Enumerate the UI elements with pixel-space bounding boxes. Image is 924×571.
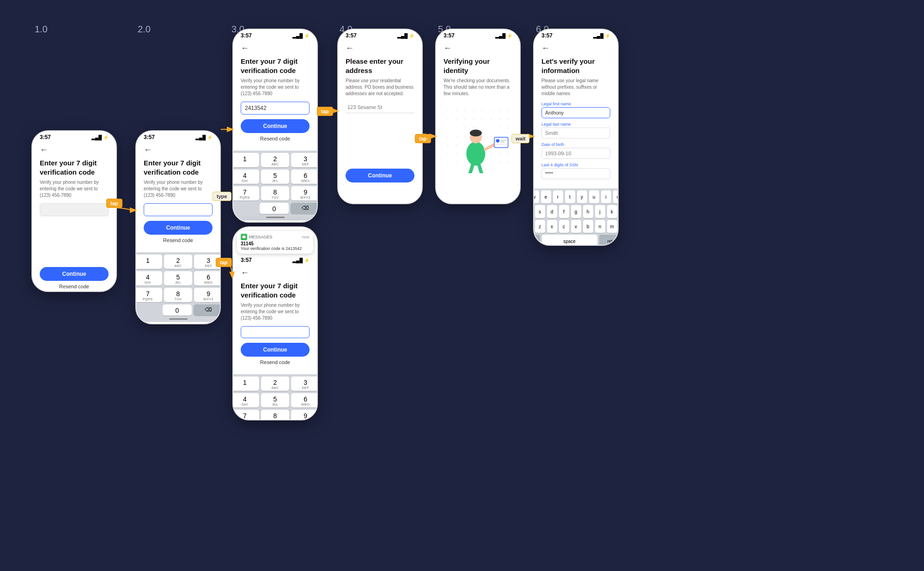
key-s[interactable]: s [535, 205, 545, 218]
key-emoji[interactable]: ☺ [533, 235, 540, 246]
screen6-content: ← Let's verify your information Please u… [534, 40, 618, 188]
key-backspace-3a[interactable]: ⌫ [291, 203, 318, 214]
key-7-3b[interactable]: 7PQRS [232, 410, 259, 420]
key-o[interactable]: o [613, 190, 619, 203]
svg-point-5 [490, 110, 492, 112]
resend-link-1[interactable]: Resend code [40, 284, 109, 289]
key-1-3a[interactable]: 1 [232, 153, 259, 167]
key-m[interactable]: m [607, 220, 617, 233]
key-2-3a[interactable]: 2ABC [261, 153, 290, 167]
svg-point-61 [496, 139, 499, 142]
time-1: 3:57 [40, 134, 51, 140]
key-return[interactable]: return [599, 235, 619, 246]
key-9-3b[interactable]: 9WXYZ [291, 410, 318, 420]
resend-link-3b[interactable]: Resend code [241, 359, 310, 365]
continue-button-2[interactable]: Continue [144, 221, 213, 235]
last-name-input[interactable] [541, 128, 610, 139]
resend-link-2[interactable]: Resend code [144, 237, 213, 243]
key-t[interactable]: t [565, 190, 575, 203]
back-button-1[interactable]: ← [40, 145, 109, 155]
back-button-2[interactable]: ← [144, 145, 213, 155]
key-1-3b[interactable]: 1 [232, 377, 259, 391]
resend-link-3a[interactable]: Resend code [241, 136, 310, 141]
identity-illustration [444, 102, 512, 176]
key-8[interactable]: 8TUV [164, 288, 193, 302]
signal-icons-3a: ▂▄█ ⚡ [292, 33, 310, 38]
svg-point-42 [464, 153, 466, 155]
key-7[interactable]: 7PQRS [135, 288, 162, 302]
code-input-1[interactable] [40, 203, 109, 216]
back-button-6[interactable]: ← [541, 43, 610, 53]
time-6: 3:57 [541, 32, 553, 39]
key-1[interactable]: 1 [135, 255, 162, 269]
key-b[interactable]: b [583, 220, 593, 233]
key-7-3a[interactable]: 7PQRS [232, 186, 259, 200]
key-8-3b[interactable]: 8TUV [261, 410, 290, 420]
continue-button-3a[interactable]: Continue [241, 119, 310, 133]
key-4[interactable]: 4GHI [135, 271, 162, 286]
key-u[interactable]: u [589, 190, 599, 203]
phone-screen-3b: 💬 MESSAGES now 31145 Your verification c… [232, 226, 318, 420]
address-input[interactable] [346, 102, 414, 113]
key-space[interactable]: space [542, 235, 597, 246]
screen4-subtitle: Please use your residential address. PO … [346, 78, 414, 97]
key-h[interactable]: h [583, 205, 593, 218]
dob-input[interactable] [541, 148, 610, 159]
screen3b-subtitle: Verify your phone number by entering the… [241, 302, 310, 322]
key-0[interactable]: 0 [163, 304, 192, 316]
key-9-3a[interactable]: 9WXYZ [291, 186, 318, 200]
key-backspace[interactable]: ⌫ [194, 304, 221, 316]
first-name-input[interactable] [541, 107, 610, 118]
key-6[interactable]: 6MNO [194, 271, 221, 286]
key-5[interactable]: 5JKL [164, 271, 193, 286]
key-5-3b[interactable]: 5JKL [261, 393, 290, 407]
key-c[interactable]: c [559, 220, 569, 233]
back-button-4[interactable]: ← [346, 43, 414, 53]
key-r[interactable]: r [553, 190, 563, 203]
key-w[interactable]: w [533, 190, 539, 203]
key-6-3b[interactable]: 6MNO [291, 393, 318, 407]
continue-button-3b[interactable]: Continue [241, 343, 310, 357]
key-v[interactable]: v [571, 220, 581, 233]
svg-line-65 [470, 164, 473, 173]
code-input-3a[interactable] [241, 102, 310, 115]
key-3-3b[interactable]: 3DEF [291, 377, 318, 391]
key-4-3a[interactable]: 4GHI [232, 170, 259, 184]
continue-button-1[interactable]: Continue [40, 267, 109, 281]
code-input-2[interactable] [144, 203, 213, 216]
ssn-input[interactable] [541, 168, 610, 179]
key-0-3a[interactable]: 0 [260, 203, 289, 214]
tap-label-3: tap [216, 258, 232, 267]
back-button-3a[interactable]: ← [241, 43, 310, 53]
code-input-3b[interactable] [241, 326, 310, 338]
key-y[interactable]: y [577, 190, 587, 203]
key-z[interactable]: z [535, 220, 545, 233]
key-2-3b[interactable]: 2ABC [261, 377, 290, 391]
kb-row-4: 123 ☺ space return 🎤 [533, 235, 619, 246]
key-g[interactable]: g [571, 205, 581, 218]
sms-sender: 31145 [241, 241, 310, 246]
key-n[interactable]: n [595, 220, 605, 233]
key-k[interactable]: k [607, 205, 617, 218]
key-5-3a[interactable]: 5JKL [261, 170, 290, 184]
svg-point-49 [456, 161, 457, 163]
continue-button-4[interactable]: Continue [346, 169, 414, 182]
key-d[interactable]: d [547, 205, 557, 218]
key-x[interactable]: x [547, 220, 557, 233]
svg-point-55 [507, 161, 509, 163]
key-e[interactable]: e [541, 190, 551, 203]
back-button-5[interactable]: ← [444, 43, 512, 53]
svg-point-19 [473, 127, 474, 129]
key-9[interactable]: 9WXYZ [194, 288, 221, 302]
svg-point-11 [473, 118, 474, 120]
key-i[interactable]: i [601, 190, 611, 203]
key-f[interactable]: f [559, 205, 569, 218]
key-3-3a[interactable]: 3DEF [291, 153, 318, 167]
key-8-3a[interactable]: 8TUV [261, 186, 290, 200]
key-j[interactable]: j [595, 205, 605, 218]
time-4: 3:57 [346, 32, 357, 39]
key-6-3a[interactable]: 6MNO [291, 170, 318, 184]
key-2[interactable]: 2ABC [164, 255, 193, 269]
back-button-3b[interactable]: ← [241, 268, 310, 278]
key-4-3b[interactable]: 4GHI [232, 393, 259, 407]
